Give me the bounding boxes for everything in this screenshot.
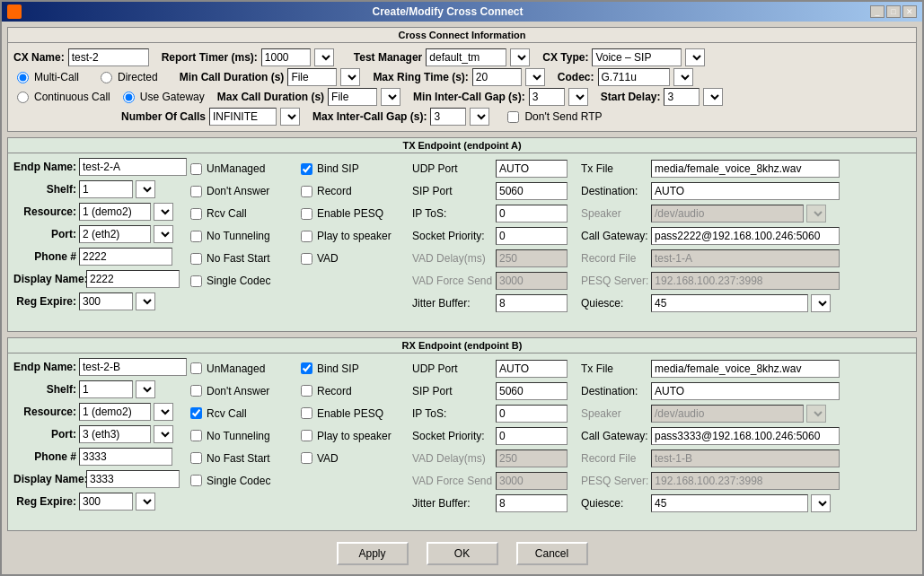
- maximize-button[interactable]: □: [886, 5, 901, 18]
- start-delay-input[interactable]: [664, 88, 700, 106]
- dont-send-rtp-checkbox[interactable]: [507, 111, 519, 123]
- rx-no-fast-start-checkbox[interactable]: [190, 452, 202, 464]
- rx-enable-pesq-checkbox[interactable]: [301, 407, 312, 419]
- num-calls-select[interactable]: ▼: [280, 108, 300, 126]
- rx-quiesce-input[interactable]: [651, 494, 808, 512]
- rx-callgw-input[interactable]: [651, 427, 840, 445]
- tx-single-codec-checkbox[interactable]: [190, 275, 202, 287]
- tx-bind-sip-checkbox[interactable]: [301, 163, 312, 175]
- min-call-select[interactable]: ▼: [340, 68, 360, 86]
- rx-reg-input[interactable]: [79, 493, 133, 511]
- rx-quiesce-select[interactable]: ▼: [811, 494, 831, 512]
- tx-sip-port-input[interactable]: [496, 182, 568, 200]
- tx-reg-input[interactable]: [79, 292, 133, 310]
- rx-port-select[interactable]: ▼: [154, 425, 173, 443]
- number-of-calls-input[interactable]: [209, 108, 277, 126]
- rx-jitter-input[interactable]: [496, 494, 568, 512]
- rx-socket-priority-input[interactable]: [496, 427, 568, 445]
- tx-port-input[interactable]: [79, 225, 151, 243]
- report-timer-input[interactable]: [261, 48, 311, 66]
- tx-reg-select[interactable]: ▼: [136, 292, 155, 310]
- rx-shelf-input[interactable]: [79, 380, 133, 398]
- cancel-button[interactable]: Cancel: [516, 542, 588, 565]
- rx-single-codec-checkbox[interactable]: [190, 475, 202, 486]
- min-inter-select[interactable]: ▼: [568, 88, 588, 106]
- rx-display-input[interactable]: [86, 470, 180, 488]
- rx-ip-tos-input[interactable]: [496, 405, 568, 423]
- tx-destination-input[interactable]: [651, 182, 840, 200]
- max-ring-time-input[interactable]: [472, 68, 522, 86]
- tx-txfile-input[interactable]: [651, 160, 840, 178]
- min-inter-call-input[interactable]: [529, 88, 565, 106]
- ok-button[interactable]: OK: [427, 542, 498, 565]
- min-call-duration-input[interactable]: [287, 68, 337, 86]
- continuous-call-radio[interactable]: [17, 92, 29, 103]
- rx-dont-answer-checkbox[interactable]: [190, 385, 202, 397]
- cx-type-input[interactable]: [592, 48, 682, 66]
- rx-resource-input[interactable]: [79, 403, 151, 421]
- tx-quiesce-select[interactable]: ▼: [811, 294, 831, 312]
- tx-socket-priority-input[interactable]: [496, 227, 568, 245]
- close-button[interactable]: ✕: [902, 5, 917, 18]
- tx-play-speaker-checkbox[interactable]: [301, 231, 312, 242]
- rx-reg-select[interactable]: ▼: [136, 493, 155, 511]
- tx-resource-select[interactable]: ▼: [154, 203, 173, 221]
- rx-resource-select[interactable]: ▼: [154, 403, 173, 421]
- tx-udp-port-input[interactable]: [496, 160, 568, 178]
- tx-vad-checkbox[interactable]: [301, 253, 312, 265]
- rx-destination-input[interactable]: [651, 382, 840, 400]
- multi-call-radio[interactable]: [17, 72, 29, 83]
- rx-shelf-select[interactable]: ▼: [136, 380, 155, 398]
- apply-button[interactable]: Apply: [337, 542, 409, 565]
- start-delay-select[interactable]: ▼: [703, 88, 723, 106]
- rx-sip-port-input[interactable]: [496, 382, 568, 400]
- rx-record-checkbox[interactable]: [301, 385, 312, 397]
- codec-select[interactable]: ▼: [673, 68, 693, 86]
- tx-resource-input[interactable]: [79, 203, 151, 221]
- tx-ip-tos-input[interactable]: [496, 205, 568, 223]
- rx-play-speaker-checkbox[interactable]: [301, 430, 312, 441]
- cx-name-input[interactable]: [68, 48, 149, 66]
- tx-no-tunneling-checkbox[interactable]: [190, 231, 202, 242]
- rx-rcv-call-checkbox[interactable]: [190, 407, 202, 419]
- use-gateway-radio[interactable]: [123, 92, 135, 103]
- tx-dont-answer-checkbox[interactable]: [190, 186, 202, 197]
- tx-callgw-input[interactable]: [651, 227, 840, 245]
- rx-udp-port-input[interactable]: [496, 360, 568, 378]
- max-inter-select[interactable]: ▼: [470, 108, 489, 126]
- tx-rcv-call-checkbox[interactable]: [190, 208, 202, 220]
- rx-bind-sip-checkbox[interactable]: [301, 362, 312, 374]
- tx-shelf-input[interactable]: [79, 180, 133, 198]
- rx-unmanaged-checkbox[interactable]: [190, 362, 202, 374]
- max-ring-select[interactable]: ▼: [525, 68, 545, 86]
- rx-vad-checkbox[interactable]: [301, 452, 312, 464]
- minimize-button[interactable]: _: [870, 5, 884, 18]
- rx-port-input[interactable]: [79, 425, 151, 443]
- max-call-duration-label: Max Call Duration (s): [217, 91, 324, 103]
- test-manager-select[interactable]: ▼: [510, 48, 530, 66]
- max-call-duration-input[interactable]: [328, 88, 377, 106]
- tx-display-input[interactable]: [86, 270, 180, 288]
- max-call-select[interactable]: ▼: [381, 88, 400, 106]
- test-manager-input[interactable]: [426, 48, 506, 66]
- tx-vad-row: VAD: [297, 249, 405, 268]
- tx-jitter-input[interactable]: [496, 294, 568, 312]
- tx-port-select[interactable]: ▼: [154, 225, 173, 243]
- report-timer-select[interactable]: ▼: [314, 48, 334, 66]
- tx-quiesce-input[interactable]: [651, 294, 808, 312]
- max-inter-call-input[interactable]: [430, 108, 466, 126]
- rx-no-tunneling-checkbox[interactable]: [190, 430, 202, 441]
- tx-enable-pesq-checkbox[interactable]: [301, 208, 312, 220]
- rx-phone-input[interactable]: [79, 448, 172, 466]
- directed-radio[interactable]: [101, 72, 112, 83]
- rx-txfile-input[interactable]: [651, 360, 840, 378]
- tx-no-fast-start-checkbox[interactable]: [190, 253, 202, 265]
- codec-input[interactable]: [598, 68, 670, 86]
- tx-shelf-select[interactable]: ▼: [136, 180, 155, 198]
- tx-phone-input[interactable]: [79, 248, 172, 266]
- tx-unmanaged-checkbox[interactable]: [190, 163, 202, 175]
- rx-endp-name-input[interactable]: [79, 358, 187, 376]
- tx-endp-name-input[interactable]: [79, 158, 187, 176]
- cx-type-select[interactable]: ▼: [685, 48, 705, 66]
- tx-record-checkbox[interactable]: [301, 186, 312, 197]
